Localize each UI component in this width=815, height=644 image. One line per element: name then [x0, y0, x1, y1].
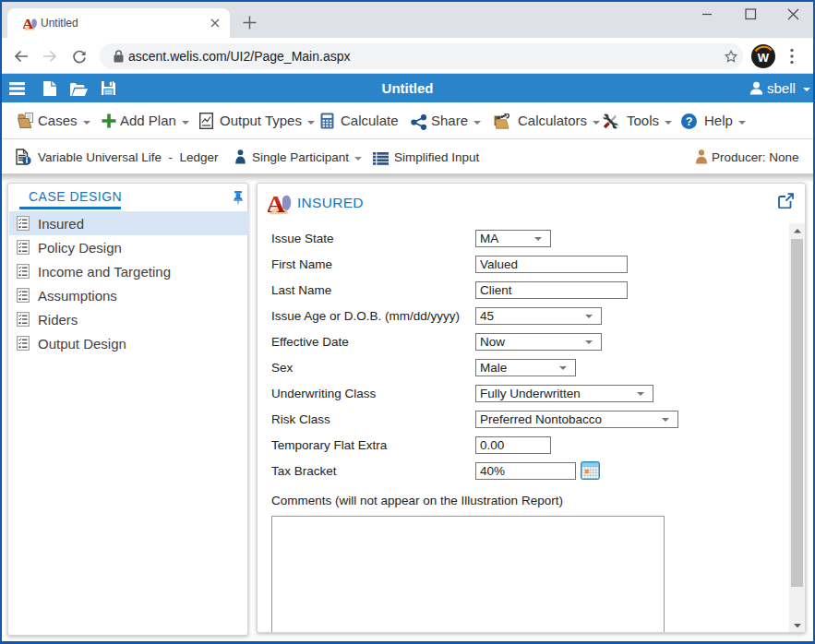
- svg-text:W: W: [758, 51, 770, 65]
- svg-text:A: A: [23, 17, 34, 30]
- svg-text:A: A: [268, 191, 285, 215]
- svg-text:?: ?: [686, 115, 693, 128]
